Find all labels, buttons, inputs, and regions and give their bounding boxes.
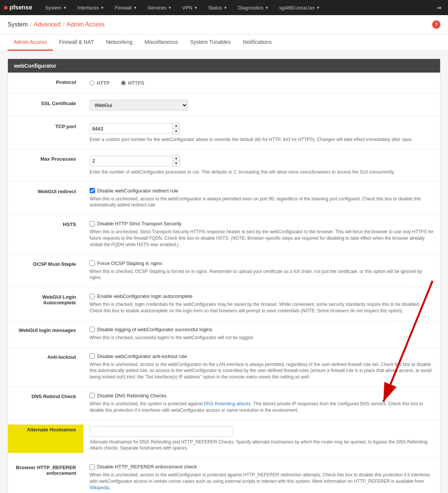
nav-status[interactable]: Status ▼ bbox=[203, 0, 233, 15]
label-alt-hostnames: Alternate Hostnames bbox=[8, 425, 84, 453]
caret: ▼ bbox=[265, 6, 269, 10]
nav-system[interactable]: System ▼ bbox=[40, 0, 72, 15]
checkbox-http-referer[interactable]: Disable HTTP_REFERER enforcement check bbox=[90, 464, 434, 470]
row-login-messages: WebGUI login messages Disable logging of… bbox=[8, 321, 440, 347]
row-tcp-port: TCP port ▲ ▼ Enter a custom port number … bbox=[8, 117, 440, 149]
caret: ▼ bbox=[224, 6, 228, 10]
nav-vpn[interactable]: VPN ▼ bbox=[177, 0, 203, 15]
tab-networking[interactable]: Networking bbox=[100, 34, 138, 51]
content-max-processes: ▲ ▼ Enter the number of webConfigurator … bbox=[84, 154, 440, 177]
caret: ▼ bbox=[168, 6, 172, 10]
ocsp-checkbox[interactable] bbox=[90, 260, 95, 266]
content-webgui-redirect: Disable webConfigurator redirect rule Wh… bbox=[84, 186, 440, 210]
content-alt-hostnames: Alternate Hostnames for DNS Rebinding an… bbox=[84, 425, 440, 453]
page-wrapper: ■ pfsense System ▼ Interfaces ▼ Firewall… bbox=[0, 0, 448, 493]
tab-admin-access[interactable]: Admin Access bbox=[8, 34, 53, 51]
content-login-messages: Disable logging of webConfigurator succe… bbox=[84, 325, 440, 343]
radio-http[interactable]: HTTP bbox=[90, 80, 110, 86]
section-header: webConfigurator bbox=[8, 59, 440, 73]
logo-icon: ■ bbox=[4, 4, 8, 12]
checkbox-login-messages[interactable]: Disable logging of webConfigurator succe… bbox=[90, 327, 434, 332]
row-hsts: HSTS Disable HTTP Strict Transport Secur… bbox=[8, 215, 440, 254]
checkbox-dns-rebind[interactable]: Disable DNS Rebinding Checks bbox=[90, 393, 434, 398]
radio-https-input[interactable] bbox=[121, 81, 126, 85]
spinner-up2[interactable]: ▲ bbox=[173, 156, 180, 161]
hsts-checkbox[interactable] bbox=[90, 221, 95, 226]
autocomplete-desc: When this is checked, login credentials … bbox=[90, 301, 434, 314]
nav-items: System ▼ Interfaces ▼ Firewall ▼ Service… bbox=[40, 0, 433, 15]
logout-icon[interactable]: ⇥ bbox=[433, 3, 444, 13]
checkbox-autocomplete[interactable]: Enable webConfigurator login autocomplet… bbox=[90, 293, 434, 299]
alt-hostnames-input[interactable] bbox=[90, 426, 233, 437]
caret: ▼ bbox=[63, 6, 67, 10]
spinner-down2[interactable]: ▼ bbox=[173, 161, 180, 166]
dns-rebind-link[interactable]: DNS Rebinding attacks bbox=[204, 401, 251, 406]
max-processes-input[interactable] bbox=[90, 156, 173, 166]
label-protocol: Protocol bbox=[8, 77, 84, 89]
checkbox-ocsp[interactable]: Force OCSP Stapling in nginx bbox=[90, 260, 434, 266]
ssl-cert-select[interactable]: WebGui bbox=[90, 100, 188, 110]
help-button[interactable]: ? bbox=[432, 20, 440, 29]
caret: ▼ bbox=[194, 6, 198, 10]
checkbox-webgui-redirect[interactable]: Disable webConfigurator redirect rule bbox=[90, 188, 434, 194]
ocsp-desc: When this is checked, OCSP Stapling is f… bbox=[90, 268, 434, 281]
autocomplete-checkbox[interactable] bbox=[90, 294, 95, 299]
bc-system: System bbox=[8, 21, 28, 28]
tab-miscellaneous[interactable]: Miscellaneous bbox=[138, 34, 184, 51]
tab-system-tunables[interactable]: System Tunables bbox=[184, 34, 237, 51]
label-webgui-redirect: WebGUI redirect bbox=[8, 186, 84, 210]
anti-lockout-checkbox[interactable] bbox=[90, 353, 95, 359]
nav-interfaces[interactable]: Interfaces ▼ bbox=[72, 0, 110, 15]
content-protocol: HTTP HTTPS bbox=[84, 77, 440, 89]
bc-sep2: / bbox=[63, 22, 64, 28]
max-processes-desc: Enter the number of webConfigurator proc… bbox=[90, 169, 434, 175]
logo-text: pfsense bbox=[9, 4, 32, 11]
login-messages-checkbox[interactable] bbox=[90, 327, 95, 332]
checkbox-hsts[interactable]: Disable HTTP Strict Transport Security bbox=[90, 221, 434, 226]
label-login-messages: WebGUI login messages bbox=[8, 325, 84, 343]
http-referer-checkbox[interactable] bbox=[90, 464, 95, 470]
hsts-desc: When this is unchecked, Strict-Transport… bbox=[90, 229, 434, 248]
caret: ▼ bbox=[133, 6, 137, 10]
spinner-buttons: ▲ ▼ bbox=[173, 123, 180, 134]
section-card: webConfigurator Protocol HTTP HTTPS bbox=[8, 59, 440, 493]
spinner-down[interactable]: ▼ bbox=[173, 129, 180, 134]
wikipedia-link[interactable]: Wikipedia bbox=[90, 485, 109, 490]
radio-http-input[interactable] bbox=[90, 81, 95, 85]
tcp-port-input[interactable] bbox=[90, 123, 173, 134]
nav-hostname[interactable]: sg4860.local.lan ▼ bbox=[274, 0, 326, 15]
bc-advanced[interactable]: Advanced bbox=[34, 21, 60, 28]
nav-diagnostics[interactable]: Diagnostics ▼ bbox=[233, 0, 274, 15]
radio-https[interactable]: HTTPS bbox=[121, 80, 144, 86]
dns-rebind-checkbox[interactable] bbox=[90, 393, 95, 398]
row-max-processes: Max Processes ▲ ▼ Enter the number of we… bbox=[8, 149, 440, 182]
content-hsts: Disable HTTP Strict Transport Security W… bbox=[84, 219, 440, 249]
content-http-referer: Disable HTTP_REFERER enforcement check W… bbox=[84, 462, 440, 492]
label-autocomplete: WebGUI Login Autocomplete bbox=[8, 292, 84, 316]
max-processes-spinner: ▲ ▼ bbox=[90, 155, 434, 167]
row-http-referer: Browser HTTP_REFERER enforcement Disable… bbox=[8, 458, 440, 493]
row-dns-rebind: DNS Rebind Check Disable DNS Rebinding C… bbox=[8, 387, 440, 420]
checkbox-anti-lockout[interactable]: Disable webConfigurator anti-lockout rul… bbox=[90, 353, 434, 359]
row-ssl-cert: SSL Certificate WebGui bbox=[8, 94, 440, 117]
row-ocsp: OCSP Must-Staple Force OCSP Stapling in … bbox=[8, 254, 440, 288]
dns-rebind-desc: When this is unchecked, the system is pr… bbox=[90, 401, 434, 414]
alt-hostnames-desc: Alternate Hostnames for DNS Rebinding an… bbox=[90, 439, 434, 452]
tcp-port-spinner: ▲ ▼ bbox=[90, 123, 434, 134]
login-messages-desc: When this is checked, successful logins … bbox=[90, 335, 434, 341]
spinner-up[interactable]: ▲ bbox=[173, 123, 180, 129]
tab-notifications[interactable]: Notifications bbox=[237, 34, 277, 51]
tabs-bar: Admin Access Firewall & NAT Networking M… bbox=[0, 34, 448, 51]
radio-group-protocol: HTTP HTTPS bbox=[90, 79, 434, 87]
bc-current: Admin Access bbox=[67, 21, 104, 28]
webgui-redirect-desc: When this is unchecked, access to the we… bbox=[90, 196, 434, 209]
nav-services[interactable]: Services ▼ bbox=[142, 0, 177, 15]
tab-firewall-nat[interactable]: Firewall & NAT bbox=[53, 34, 100, 51]
label-dns-rebind: DNS Rebind Check bbox=[8, 391, 84, 415]
webgui-redirect-checkbox[interactable] bbox=[90, 188, 95, 193]
http-referer-desc: When this is unchecked, access to the we… bbox=[90, 472, 434, 491]
label-max-processes: Max Processes bbox=[8, 154, 84, 177]
nav-firewall[interactable]: Firewall ▼ bbox=[110, 0, 143, 15]
label-ssl-cert: SSL Certificate bbox=[8, 98, 84, 112]
row-anti-lockout: Anti-lockout Disable webConfigurator ant… bbox=[8, 347, 440, 387]
